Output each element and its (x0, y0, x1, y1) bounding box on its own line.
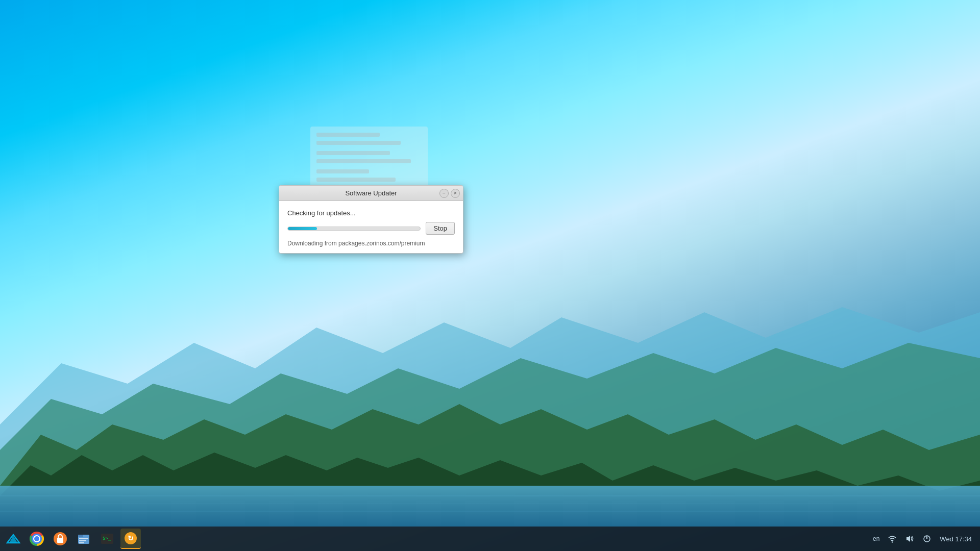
progress-row: Stop (287, 222, 455, 235)
svg-rect-8 (0, 486, 980, 527)
volume-tray-icon[interactable] (903, 532, 916, 545)
taskbar-icon-files[interactable] (74, 529, 94, 549)
svg-text:↻: ↻ (128, 534, 134, 542)
svg-rect-19 (79, 538, 88, 539)
svg-text:$>_: $>_ (103, 536, 111, 541)
power-icon (922, 534, 932, 543)
progress-bar-container (287, 227, 421, 231)
svg-rect-16 (57, 538, 63, 543)
datetime-display[interactable]: Wed 17:34 (938, 533, 974, 545)
language-indicator[interactable]: en (871, 533, 881, 544)
svg-marker-27 (906, 536, 910, 542)
dialog-titlebar: Software Updater − × (279, 186, 463, 201)
svg-rect-21 (79, 542, 84, 543)
software-updater-dialog: Software Updater − × Checking for update… (279, 185, 463, 254)
svg-point-14 (35, 537, 39, 541)
datetime-label: Wed 17:34 (940, 535, 972, 543)
taskbar-icon-software-center[interactable] (50, 529, 70, 549)
svg-rect-18 (78, 535, 83, 537)
dialog-controls: − × (439, 189, 460, 198)
taskbar-icon-chromium[interactable] (27, 529, 47, 549)
taskbar-icon-software-updater[interactable]: ↻ (120, 529, 141, 549)
taskbar-right: en (871, 532, 980, 545)
landscape-background (0, 220, 980, 527)
desktop: Software Updater − × Checking for update… (0, 0, 980, 551)
taskbar-icon-zorin-menu[interactable] (3, 529, 23, 549)
taskbar: $>_ ↻ en (0, 527, 980, 551)
close-button[interactable]: × (451, 189, 460, 198)
taskbar-left: $>_ ↻ (0, 529, 142, 549)
volume-icon (905, 534, 914, 543)
checking-text: Checking for updates... (287, 209, 455, 217)
wifi-tray-icon[interactable] (886, 532, 899, 545)
power-tray-icon[interactable] (920, 532, 934, 545)
dialog-body: Checking for updates... Stop Downloading… (279, 201, 463, 253)
language-label: en (873, 535, 879, 542)
dialog-title: Software Updater (345, 189, 397, 197)
progress-bar-fill (288, 227, 317, 230)
taskbar-icon-terminal[interactable]: $>_ (97, 529, 117, 549)
svg-rect-20 (79, 540, 86, 541)
stop-button[interactable]: Stop (426, 222, 455, 235)
wifi-icon (888, 534, 897, 543)
svg-point-26 (892, 541, 893, 542)
ghost-dialog (310, 127, 428, 192)
minimize-button[interactable]: − (439, 189, 449, 198)
download-status: Downloading from packages.zorinos.com/pr… (287, 240, 455, 247)
